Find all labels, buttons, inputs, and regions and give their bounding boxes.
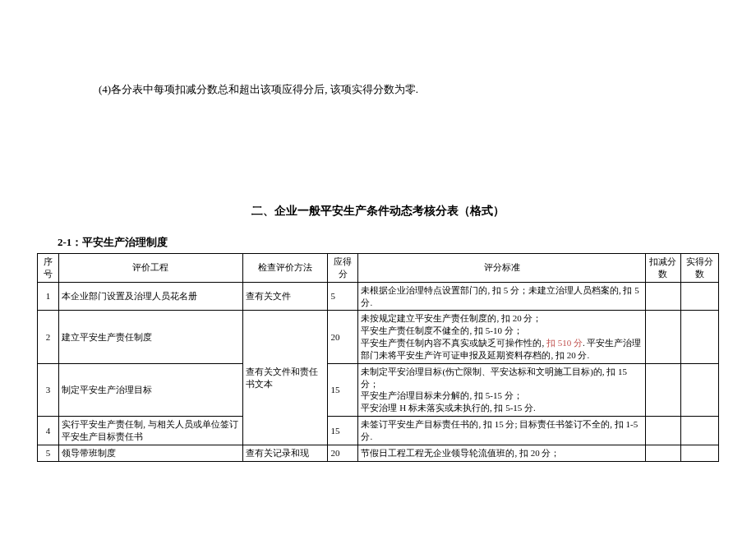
cell-actual <box>681 417 719 445</box>
table-header-row: 序号 评价工程 检查评价方法 应得分 评分标准 扣减分数 实得分数 <box>38 254 719 283</box>
cell-deduct <box>645 311 681 363</box>
table-row: 3 制定平安生产治理目标 15 未制定平安治理目标(伤亡限制、平安达标和文明施工… <box>38 363 719 416</box>
cell-idx: 5 <box>38 445 59 461</box>
cell-idx: 2 <box>38 311 59 363</box>
cell-due: 20 <box>328 445 358 461</box>
hdr-criteria: 评分标准 <box>358 254 645 283</box>
cell-criteria: 未制定平安治理目标(伤亡限制、平安达标和文明施工目标)的, 扣 15 分； 平安… <box>358 363 645 416</box>
hdr-item: 评价工程 <box>59 254 243 283</box>
cell-item: 建立平安生产责任制度 <box>59 311 243 363</box>
cell-deduct <box>645 363 681 416</box>
cell-actual <box>681 282 719 311</box>
cell-idx: 3 <box>38 363 59 416</box>
cell-actual <box>681 445 719 461</box>
cell-item: 领导带班制度 <box>59 445 243 461</box>
cell-deduct <box>645 417 681 445</box>
cell-actual <box>681 363 719 416</box>
table-row: 4 实行平安生产责任制, 与相关人员或单位签订平安生产目标责任书 15 未签订平… <box>38 417 719 445</box>
cell-idx: 1 <box>38 282 59 311</box>
cell-deduct <box>645 282 681 311</box>
hdr-deduct: 扣减分数 <box>645 254 681 283</box>
cell-deduct <box>645 445 681 461</box>
hdr-actual: 实得分数 <box>681 254 719 283</box>
cell-item: 制定平安生产治理目标 <box>59 363 243 416</box>
cell-due: 20 <box>328 311 358 363</box>
note-text: (4)各分表中每项扣减分数总和超出该项应得分后, 该项实得分数为零. <box>99 82 723 97</box>
hdr-due: 应得分 <box>328 254 358 283</box>
cell-method: 查有关文件 <box>242 282 328 311</box>
cell-idx: 4 <box>38 417 59 445</box>
hdr-method: 检查评价方法 <box>242 254 328 283</box>
red-text: 扣 510 分 <box>546 338 583 348</box>
cell-item: 实行平安生产责任制, 与相关人员或单位签订平安生产目标责任书 <box>59 417 243 445</box>
table-row: 2 建立平安生产责任制度 查有关文件和责任书文本 20 未按规定建立平安生产责任… <box>38 311 719 363</box>
subsection-label: 2-1：平安生产治理制度 <box>58 235 723 250</box>
section-title: 二、企业一般平安生产条件动态考核分表（格式） <box>33 204 723 219</box>
cell-method: 查有关文件和责任书文本 <box>242 311 328 445</box>
hdr-idx: 序号 <box>38 254 59 283</box>
table-row: 5 领导带班制度 查有关记录和现 20 节假日工程工程无企业领导轮流值班的, 扣… <box>38 445 719 461</box>
cell-due: 15 <box>328 417 358 445</box>
cell-due: 15 <box>328 363 358 416</box>
cell-criteria: 未按规定建立平安生产责任制度的, 扣 20 分； 平安生产责任制度不健全的, 扣… <box>358 311 645 363</box>
score-table: 序号 评价工程 检查评价方法 应得分 评分标准 扣减分数 实得分数 1 本企业部… <box>37 253 719 462</box>
cell-actual <box>681 311 719 363</box>
cell-item: 本企业部门设置及治理人员花名册 <box>59 282 243 311</box>
cell-criteria: 未签订平安生产目标责任书的, 扣 15 分; 目标责任书签订不全的, 扣 1-5… <box>358 417 645 445</box>
cell-criteria: 节假日工程工程无企业领导轮流值班的, 扣 20 分； <box>358 445 645 461</box>
table-row: 1 本企业部门设置及治理人员花名册 查有关文件 5 未根据企业治理特点设置部门的… <box>38 282 719 311</box>
cell-method: 查有关记录和现 <box>242 445 328 461</box>
cell-due: 5 <box>328 282 358 311</box>
cell-criteria: 未根据企业治理特点设置部门的, 扣 5 分；未建立治理人员档案的, 扣 5 分. <box>358 282 645 311</box>
